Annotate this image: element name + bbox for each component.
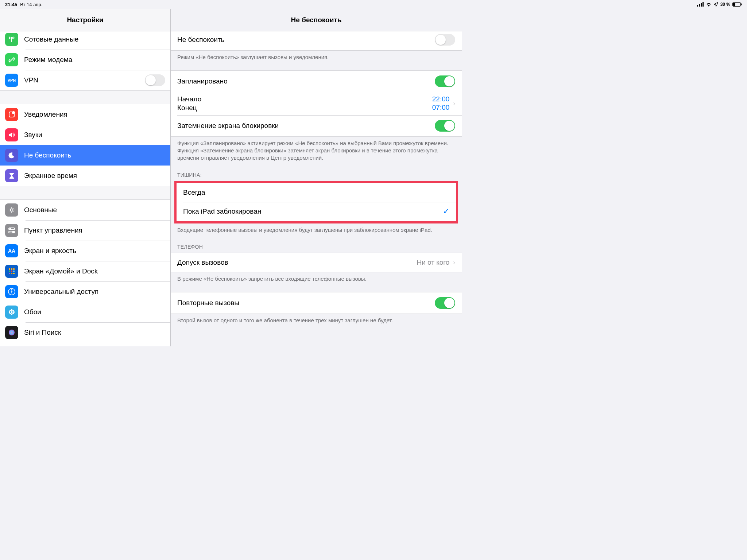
sidebar-item-label: Звуки — [24, 131, 42, 139]
allow-calls-value: Ни от кого — [417, 258, 449, 267]
schedule-from-label: Начало — [177, 95, 432, 104]
settings-sidebar: Настройки Сотовые данные Режим модема VP… — [0, 9, 171, 346]
scheduled-footer: Функция «Запланировано» активирует режим… — [171, 137, 462, 162]
sidebar-item-screentime[interactable]: Экранное время — [0, 166, 170, 186]
sidebar-item-vpn[interactable]: VPN VPN — [0, 70, 170, 90]
sidebar-title: Настройки — [0, 9, 170, 31]
flower-icon — [5, 306, 18, 319]
sidebar-item-label: Основные — [24, 206, 57, 214]
silence-locked-row[interactable]: Пока iPad заблокирован ✓ — [177, 202, 456, 221]
vpn-icon: VPN — [5, 74, 18, 87]
dim-lock-toggle[interactable] — [435, 120, 455, 132]
svg-point-9 — [12, 111, 15, 114]
svg-point-29 — [9, 311, 10, 313]
chevron-right-icon: › — [453, 259, 455, 266]
svg-point-14 — [13, 232, 14, 233]
svg-rect-22 — [11, 273, 12, 274]
notifications-icon — [5, 108, 18, 121]
link-icon — [5, 53, 18, 66]
dnd-footer: Режим «Не беспокоить» заглушает вызовы и… — [171, 51, 462, 61]
accessibility-icon — [5, 285, 18, 298]
svg-point-32 — [12, 310, 14, 311]
svg-point-33 — [9, 313, 11, 314]
sidebar-item-touchid[interactable]: Touch ID и код-пароль — [0, 343, 170, 346]
silence-footer: Входящие телефонные вызовы и уведомления… — [171, 223, 462, 234]
sidebar-item-label: Универсальный доступ — [24, 288, 98, 296]
silence-header: ТИШИНА: — [171, 162, 462, 181]
dnd-label: Не беспокоить — [177, 36, 435, 44]
scheduled-row[interactable]: Запланировано — [171, 71, 462, 92]
hourglass-icon — [5, 169, 18, 182]
sidebar-item-label: Экранное время — [24, 172, 77, 180]
sidebar-item-controlcenter[interactable]: Пункт управления — [0, 220, 170, 241]
sidebar-item-siri[interactable]: Siri и Поиск — [0, 322, 170, 343]
sidebar-item-dnd[interactable]: Не беспокоить — [0, 145, 170, 166]
scheduled-toggle[interactable] — [435, 75, 455, 87]
sidebar-item-label: Экран и яркость — [24, 247, 76, 255]
sidebar-item-accessibility[interactable]: Универсальный доступ — [0, 281, 170, 302]
sidebar-item-label: Режим модема — [24, 56, 72, 64]
allow-calls-footer: В режиме «Не беспокоить» запретить все в… — [171, 272, 462, 283]
schedule-time-row[interactable]: Начало Конец 22:00 07:00 › — [171, 92, 462, 115]
sidebar-item-label: Обои — [24, 308, 41, 316]
svg-point-26 — [11, 311, 13, 313]
dnd-toggle[interactable] — [435, 34, 455, 46]
antenna-icon — [5, 33, 18, 46]
sidebar-item-display[interactable]: AA Экран и яркость — [0, 241, 170, 261]
grid-icon — [5, 265, 18, 278]
scheduled-label: Запланировано — [177, 77, 435, 85]
sidebar-item-label: Уведомления — [24, 110, 67, 118]
svg-point-25 — [11, 289, 12, 291]
svg-rect-16 — [11, 268, 12, 270]
sidebar-item-general[interactable]: Основные — [0, 200, 170, 220]
status-bar: 21:45 Вт 14 апр. 30 % — [0, 0, 462, 9]
sidebar-item-label: Не беспокоить — [24, 151, 71, 159]
sidebar-item-wallpaper[interactable]: Обои — [0, 302, 170, 322]
schedule-to-label: Конец — [177, 104, 432, 112]
siri-icon — [5, 326, 18, 339]
sidebar-item-label: Пункт управления — [24, 226, 82, 234]
repeated-calls-footer: Второй вызов от одного и того же абонент… — [171, 314, 462, 324]
speaker-icon — [5, 128, 18, 141]
dim-lock-row[interactable]: Затемнение экрана блокировки — [171, 115, 462, 136]
sidebar-item-label: Сотовые данные — [24, 35, 78, 43]
svg-rect-19 — [11, 271, 12, 272]
detail-title: Не беспокоить — [171, 9, 462, 31]
vpn-toggle[interactable] — [145, 74, 165, 86]
repeated-calls-toggle[interactable] — [435, 297, 455, 309]
svg-rect-18 — [9, 271, 10, 272]
sidebar-item-label: Siri и Поиск — [24, 328, 61, 337]
annotation-highlight: Всегда Пока iPad заблокирован ✓ — [174, 181, 458, 223]
silence-locked-label: Пока iPad заблокирован — [183, 207, 443, 215]
svg-point-34 — [12, 313, 14, 314]
sidebar-item-home[interactable]: Экран «Домой» и Dock — [0, 261, 170, 281]
sidebar-item-hotspot[interactable]: Режим модема — [0, 50, 170, 70]
chevron-right-icon: › — [453, 100, 455, 107]
svg-point-30 — [13, 311, 15, 313]
sidebar-item-label: VPN — [24, 76, 38, 84]
silence-always-label: Всегда — [183, 188, 449, 197]
sidebar-item-label: Экран «Домой» и Dock — [24, 267, 98, 275]
checkmark-icon: ✓ — [443, 207, 449, 216]
repeated-calls-label: Повторные вызовы — [177, 299, 435, 307]
sidebar-item-notifications[interactable]: Уведомления — [0, 104, 170, 125]
svg-point-10 — [11, 209, 13, 211]
repeated-calls-row[interactable]: Повторные вызовы — [171, 292, 462, 314]
schedule-to-time: 07:00 — [432, 104, 450, 112]
svg-point-27 — [11, 309, 12, 311]
silence-always-row[interactable]: Всегда — [177, 183, 456, 202]
svg-rect-15 — [9, 268, 10, 270]
svg-point-7 — [11, 37, 12, 39]
svg-point-35 — [9, 330, 15, 335]
svg-point-31 — [9, 310, 11, 311]
allow-calls-row[interactable]: Допуск вызовов Ни от кого › — [171, 253, 462, 272]
schedule-from-time: 22:00 — [432, 95, 450, 104]
sidebar-item-sounds[interactable]: Звуки — [0, 125, 170, 145]
svg-rect-17 — [13, 268, 15, 270]
status-date: Вт 14 апр. — [20, 2, 42, 7]
sidebar-item-cellular[interactable]: Сотовые данные — [0, 31, 170, 50]
svg-point-28 — [11, 314, 12, 315]
svg-point-12 — [10, 228, 11, 229]
dnd-toggle-row[interactable]: Не беспокоить — [171, 31, 462, 50]
svg-rect-23 — [13, 273, 15, 274]
